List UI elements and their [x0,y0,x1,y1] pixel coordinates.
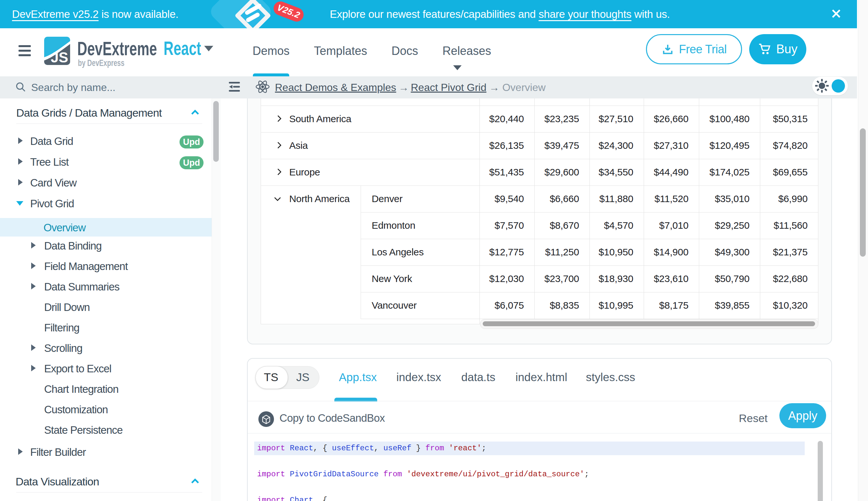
svg-text:JS: JS [51,50,68,65]
